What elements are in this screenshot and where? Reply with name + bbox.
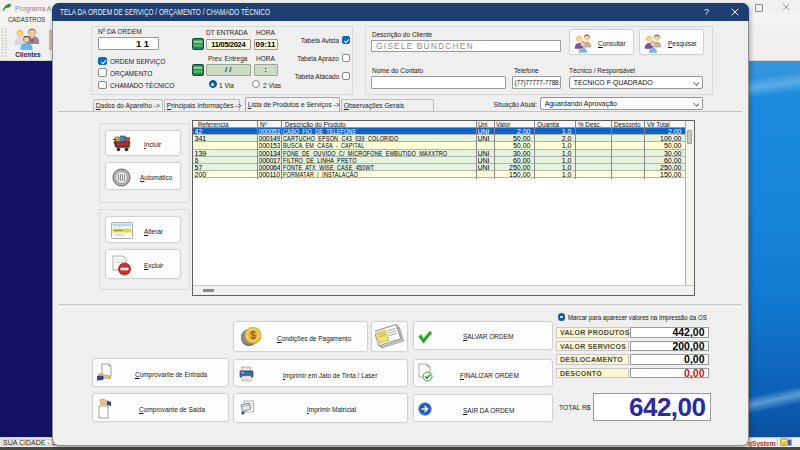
svg-text:$: $ bbox=[250, 329, 256, 340]
